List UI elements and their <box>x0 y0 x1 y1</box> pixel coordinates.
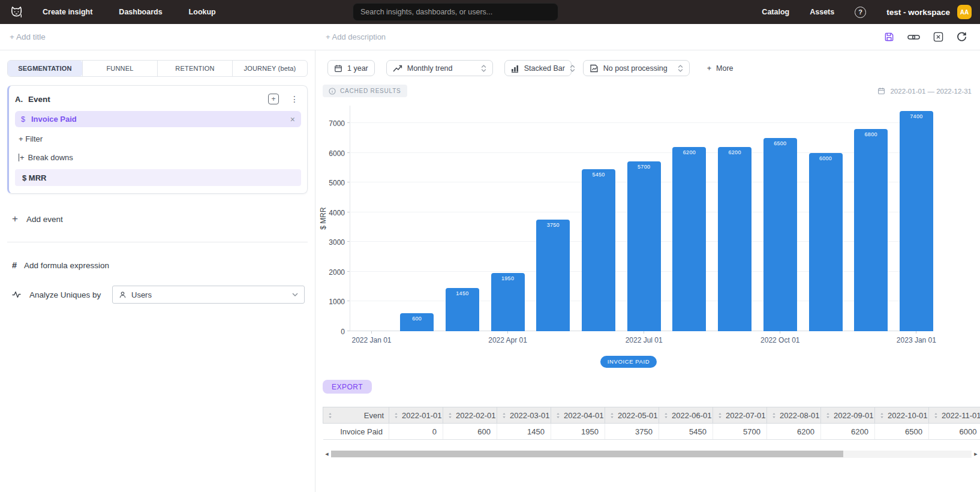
column-header[interactable]: 2022-02-01 <box>443 407 497 424</box>
tab-journey[interactable]: JOURNEY (beta) <box>232 61 307 76</box>
chart-bar-2022-04-01[interactable]: 1950 <box>491 273 525 331</box>
panel-divider <box>7 242 308 242</box>
legend-invoice-paid[interactable]: INVOICE PAID <box>600 356 657 368</box>
column-header[interactable]: 2022-04-01 <box>551 407 605 424</box>
chart-bar-2022-03-01[interactable]: 1450 <box>446 288 479 331</box>
horizontal-scrollbar[interactable]: ◀ ▶ <box>323 450 980 458</box>
chart-bar-2022-05-01[interactable]: 3750 <box>536 220 570 331</box>
search-input[interactable] <box>353 3 558 21</box>
sort-icon[interactable] <box>610 412 614 419</box>
selected-event-row[interactable]: $ Invoice Paid × <box>15 111 301 127</box>
more-button[interactable]: + More <box>707 64 734 73</box>
results-status-row: CACHED RESULTS 2022-01-01 — 2022-12-31 <box>323 85 980 97</box>
bar-value-label: 1950 <box>491 275 525 281</box>
y-tick-mark <box>347 182 350 182</box>
x-tick-mark <box>916 331 916 334</box>
sort-icon[interactable] <box>934 412 938 419</box>
event-menu-icon[interactable]: ⋮ <box>290 94 299 104</box>
date-range-button[interactable]: 1 year <box>327 60 375 76</box>
tab-segmentation[interactable]: SEGMENTATION <box>8 61 82 76</box>
app-logo-cat-icon[interactable] <box>8 4 25 20</box>
scroll-right-icon[interactable]: ▶ <box>972 452 980 457</box>
trend-select[interactable]: Monthly trend <box>386 60 493 76</box>
post-processing-select[interactable]: No post processing <box>583 60 690 76</box>
sort-icon[interactable] <box>826 412 830 419</box>
add-formula-button[interactable]: # Add formula expression <box>7 260 308 270</box>
column-header[interactable]: 2022-10-01 <box>875 407 929 424</box>
event-index: A. <box>15 95 23 104</box>
chart-bar-2022-08-01[interactable]: 6200 <box>672 147 706 331</box>
analyze-by-select[interactable]: Users <box>112 286 305 304</box>
chart-type-value: Stacked Bar <box>524 64 565 73</box>
chart-bar-2022-09-01[interactable]: 6200 <box>718 147 751 331</box>
add-event-label: Add event <box>26 215 63 224</box>
sort-icon[interactable] <box>556 412 560 419</box>
column-header[interactable]: 2022-11-01 <box>929 407 980 424</box>
chart-bar-2022-07-01[interactable]: 5700 <box>627 161 661 331</box>
add-event-button[interactable]: + Add event <box>7 213 308 225</box>
nav-assets[interactable]: Assets <box>810 8 834 16</box>
results-panel: 1 year Monthly trend <box>315 50 980 492</box>
chart-bar-2022-11-01[interactable]: 6000 <box>809 153 843 331</box>
scrollbar-thumb[interactable] <box>331 451 843 457</box>
chart-bar-2022-10-01[interactable]: 6500 <box>763 138 797 331</box>
export-box-icon[interactable] <box>933 32 943 42</box>
bar-chart-icon <box>511 64 519 73</box>
workspace-name[interactable]: test - workspace <box>886 8 950 17</box>
results-table-wrap: Event2022-01-012022-02-012022-03-012022-… <box>323 407 980 440</box>
analyze-uniques-label: Analyze Uniques by <box>29 290 101 299</box>
remove-event-icon[interactable]: × <box>290 115 295 124</box>
column-header[interactable]: 2022-07-01 <box>713 407 767 424</box>
sort-icon[interactable] <box>448 412 452 419</box>
scrollbar-track[interactable] <box>331 451 972 458</box>
sort-icon[interactable] <box>502 412 506 419</box>
sort-icon[interactable] <box>880 412 884 419</box>
chart-type-select[interactable]: Stacked Bar <box>504 60 572 76</box>
tab-retention[interactable]: RETENTION <box>157 61 232 76</box>
avatar[interactable]: AA <box>957 5 972 19</box>
column-header[interactable]: 2022-03-01 <box>497 407 551 424</box>
add-description-field[interactable]: + Add description <box>326 32 386 41</box>
column-header[interactable]: 2022-05-01 <box>605 407 659 424</box>
refresh-icon[interactable] <box>957 32 967 42</box>
table-cell-value: 6200 <box>767 424 821 440</box>
column-header[interactable]: 2022-01-01 <box>389 407 443 424</box>
sort-icon[interactable] <box>664 412 668 419</box>
metric-mrr-row[interactable]: $ MRR <box>15 169 301 186</box>
nav-lookup[interactable]: Lookup <box>189 8 216 16</box>
duplicate-event-icon[interactable]: + <box>268 94 279 104</box>
column-header[interactable]: Event <box>323 407 389 424</box>
y-tick-mark <box>347 331 350 331</box>
bar-value-label: 6500 <box>763 140 797 146</box>
chart-bar-2023-01-01[interactable]: 7400 <box>900 111 933 331</box>
link-icon[interactable] <box>907 32 920 42</box>
chart-bar-2022-06-01[interactable]: 5450 <box>582 169 615 331</box>
bar-value-label: 6200 <box>718 149 751 155</box>
help-icon[interactable]: ? <box>855 7 866 18</box>
scroll-left-icon[interactable]: ◀ <box>323 452 331 457</box>
export-button[interactable]: EXPORT <box>323 380 372 394</box>
table-cell-value: 1450 <box>497 424 551 440</box>
add-filter-button[interactable]: + Filter <box>15 134 301 143</box>
column-header[interactable]: 2022-06-01 <box>659 407 713 424</box>
calendar-icon <box>877 87 885 95</box>
column-header[interactable]: 2022-09-01 <box>821 407 875 424</box>
tab-funnel[interactable]: FUNNEL <box>82 61 157 76</box>
nav-dashboards[interactable]: Dashboards <box>119 8 162 16</box>
nav-create-insight[interactable]: Create insight <box>43 8 92 16</box>
sort-icon[interactable] <box>328 412 332 419</box>
sort-icon[interactable] <box>394 412 398 419</box>
chart-bar-2022-12-01[interactable]: 6800 <box>854 129 888 331</box>
y-tick-mark <box>347 212 350 212</box>
add-breakdown-button[interactable]: + Break downs <box>15 153 301 162</box>
bar-value-label: 5700 <box>627 164 661 170</box>
nav-catalog[interactable]: Catalog <box>762 8 789 16</box>
column-header[interactable]: 2022-08-01 <box>767 407 821 424</box>
add-title-field[interactable]: + Add title <box>10 32 46 41</box>
save-icon[interactable] <box>884 32 894 42</box>
x-tick-mark <box>507 331 508 334</box>
sort-icon[interactable] <box>772 412 776 419</box>
chart-bar-2022-02-01[interactable]: 600 <box>400 313 434 331</box>
table-header-row: Event2022-01-012022-02-012022-03-012022-… <box>323 407 980 424</box>
sort-icon[interactable] <box>718 412 722 419</box>
